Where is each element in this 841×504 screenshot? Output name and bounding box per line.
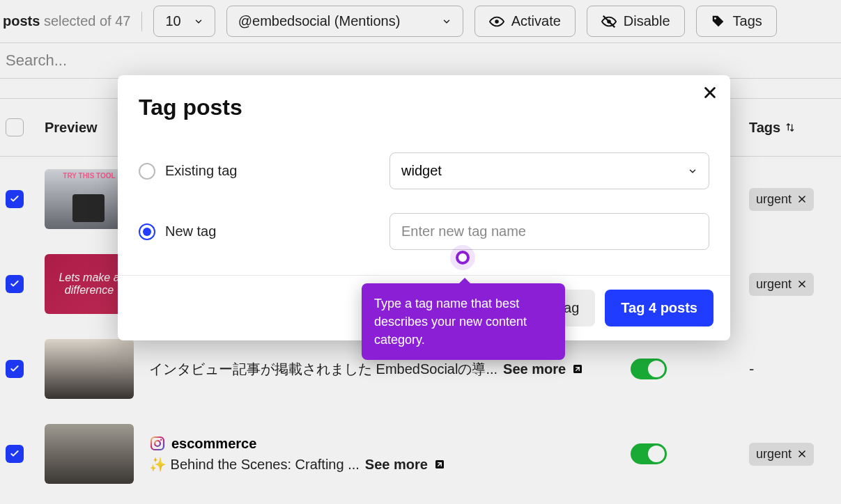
existing-tag-select[interactable]: widget (389, 152, 709, 189)
new-tag-input[interactable] (401, 223, 697, 239)
tag-posts-button[interactable]: Tag 4 posts (605, 290, 713, 326)
new-tag-label: New tag (165, 223, 216, 239)
existing-tag-radio[interactable] (139, 163, 155, 180)
new-tag-input-wrap (389, 213, 709, 250)
new-tag-radio[interactable] (139, 223, 155, 240)
tag-posts-label: Tag 4 posts (621, 300, 697, 315)
tour-tooltip: Type a tag name that best describes your… (362, 283, 565, 360)
close-icon[interactable] (702, 85, 718, 100)
existing-tag-value: widget (401, 163, 442, 179)
modal-title: Tag posts (139, 95, 709, 120)
existing-tag-label: Existing tag (165, 163, 237, 179)
chevron-down-icon (688, 166, 697, 176)
tooltip-text: Type a tag name that best describes your… (374, 297, 527, 347)
